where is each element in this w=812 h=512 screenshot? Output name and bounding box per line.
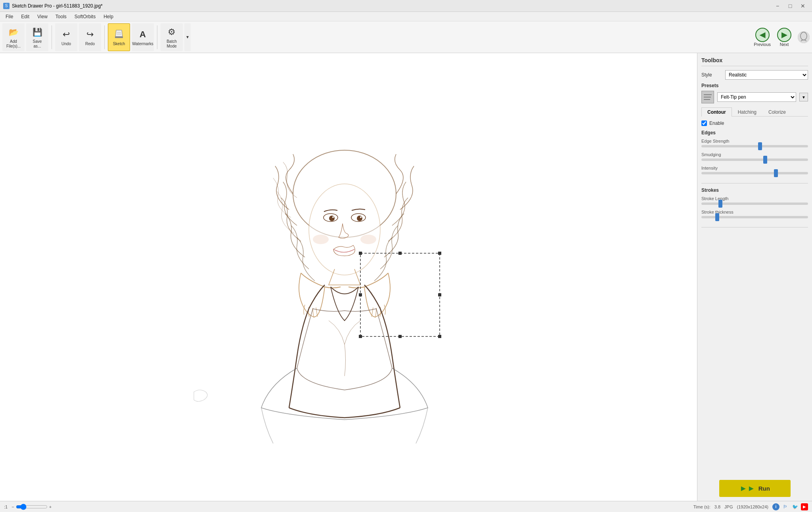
zoom-ratio: :1: [4, 504, 8, 509]
zoom-out-icon[interactable]: −: [11, 504, 14, 509]
intensity-slider[interactable]: [701, 172, 808, 174]
style-select[interactable]: Realistic Artistic Pencil: [725, 70, 808, 80]
flag-icon[interactable]: 🏳: [782, 503, 789, 510]
svg-point-8: [309, 184, 380, 275]
add-files-button[interactable]: 📂 AddFile(s)...: [2, 23, 25, 51]
watermarks-icon: A: [136, 28, 149, 41]
enable-label[interactable]: Enable: [709, 120, 724, 126]
previous-button[interactable]: ◀ Previous: [754, 28, 771, 47]
svg-rect-0: [115, 36, 123, 38]
style-row: Style Realistic Artistic Pencil: [701, 70, 808, 80]
svg-rect-23: [359, 335, 362, 338]
svg-rect-25: [438, 335, 441, 338]
edges-section-title: Edges: [701, 130, 808, 136]
menu-help[interactable]: Help: [100, 13, 117, 20]
next-icon: ▶: [777, 28, 791, 42]
tabs-row: Contour Hatching Colorize: [701, 107, 808, 117]
dropdown-arrow: ▼: [186, 35, 190, 39]
sketch-icon: [113, 28, 125, 41]
section-divider-1: [701, 183, 808, 183]
redo-label: Redo: [85, 42, 95, 46]
youtube-icon[interactable]: ▶: [801, 503, 808, 510]
zoom-slider[interactable]: [16, 504, 48, 510]
enable-checkbox[interactable]: [701, 120, 707, 126]
run-button[interactable]: ►► Run: [719, 480, 791, 497]
zoom-in-icon[interactable]: +: [49, 504, 52, 509]
watermarks-button[interactable]: A Watermarks: [132, 23, 154, 51]
twitter-icon[interactable]: 🐦: [791, 503, 799, 510]
batch-mode-dropdown[interactable]: ▼: [184, 23, 191, 51]
app-icon: S: [3, 3, 10, 9]
svg-point-11: [332, 216, 334, 218]
previous-icon: ◀: [755, 28, 770, 42]
stroke-length-row: Stroke Length: [701, 196, 808, 205]
svg-rect-6: [190, 99, 507, 455]
svg-rect-18: [359, 252, 362, 255]
svg-point-16: [360, 235, 376, 244]
stroke-thickness-row: Stroke thickness: [701, 210, 808, 218]
save-as-icon: 💾: [31, 26, 44, 38]
save-as-label: Saveas...: [33, 39, 42, 49]
run-label: Run: [758, 485, 770, 492]
next-label: Next: [780, 42, 789, 47]
edge-strength-thumb[interactable]: [758, 142, 762, 150]
stroke-length-slider[interactable]: [701, 203, 808, 205]
save-as-button[interactable]: 💾 Saveas...: [26, 23, 48, 51]
smudging-label: Smudging: [701, 152, 808, 157]
title-bar: S Sketch Drawer Pro - girl-511883_1920.j…: [0, 0, 812, 12]
undo-label: Undo: [61, 42, 71, 46]
edge-strength-slider[interactable]: [701, 145, 808, 147]
tab-hatching[interactable]: Hatching: [732, 107, 762, 117]
batch-mode-button[interactable]: ⚙ BatchMode: [161, 23, 183, 51]
format-label: JPG: [724, 504, 733, 509]
presets-label: Presets: [701, 83, 808, 88]
stroke-length-thumb[interactable]: [718, 200, 722, 208]
svg-point-14: [360, 216, 362, 218]
watermarks-label: Watermarks: [132, 42, 153, 46]
smudging-thumb[interactable]: [763, 156, 767, 164]
dimensions-label: (1920x1280x24): [737, 504, 768, 509]
preset-select[interactable]: Felt-Tip pen Pencil Charcoal: [717, 92, 796, 102]
maximize-button[interactable]: □: [784, 2, 796, 10]
redo-button[interactable]: ↪ Redo: [79, 23, 101, 51]
menu-edit[interactable]: Edit: [17, 13, 33, 20]
tab-colorize[interactable]: Colorize: [762, 107, 792, 117]
menu-bar: File Edit View Tools SoftOrbits Help: [0, 12, 812, 21]
intensity-thumb[interactable]: [774, 169, 778, 177]
strokes-section-title: Strokes: [701, 187, 808, 193]
time-label: Time (s):: [693, 504, 710, 509]
edge-strength-label: Edge Strength: [701, 139, 808, 143]
run-btn-container: ►► Run: [701, 480, 808, 497]
next-button[interactable]: ▶ Next: [777, 28, 791, 47]
canvas-area[interactable]: [0, 53, 697, 501]
tab-contour[interactable]: Contour: [701, 107, 732, 117]
svg-rect-24: [398, 335, 402, 338]
intensity-row: Intensity: [701, 166, 808, 174]
menu-softorbits[interactable]: SoftOrbits: [71, 13, 100, 20]
preset-dropdown-btn[interactable]: ▼: [799, 93, 808, 101]
toolbar: 📂 AddFile(s)... 💾 Saveas... ↩ Undo ↪ Red…: [0, 21, 812, 53]
undo-button[interactable]: ↩ Undo: [55, 23, 77, 51]
add-files-icon: 📂: [7, 26, 20, 38]
navigation-area: ◀ Previous ▶ Next: [754, 28, 810, 47]
status-icons: i 🏳 🐦 ▶: [772, 503, 808, 510]
sketch-button[interactable]: Sketch: [108, 23, 130, 51]
svg-rect-21: [359, 293, 362, 296]
stroke-thickness-slider[interactable]: [701, 216, 808, 218]
toolbox-title: Toolbox: [701, 57, 808, 66]
smudging-row: Smudging: [701, 152, 808, 161]
sketch-canvas: [0, 53, 697, 501]
menu-view[interactable]: View: [33, 13, 52, 20]
minimize-button[interactable]: −: [772, 2, 783, 10]
menu-tools[interactable]: Tools: [52, 13, 71, 20]
title-bar-controls: − □ ✕: [772, 2, 809, 10]
smudging-slider[interactable]: [701, 159, 808, 161]
close-button[interactable]: ✕: [797, 2, 809, 10]
stroke-thickness-thumb[interactable]: [715, 213, 719, 221]
zoom-controls: − +: [11, 504, 52, 510]
menu-file[interactable]: File: [2, 13, 17, 20]
status-right: Time (s): 3.8 JPG (1920x1280x24) i 🏳 🐦 ▶: [693, 503, 808, 510]
toolbox-spacer: [701, 231, 808, 472]
info-icon[interactable]: i: [772, 503, 779, 510]
preset-icon: [701, 91, 714, 103]
